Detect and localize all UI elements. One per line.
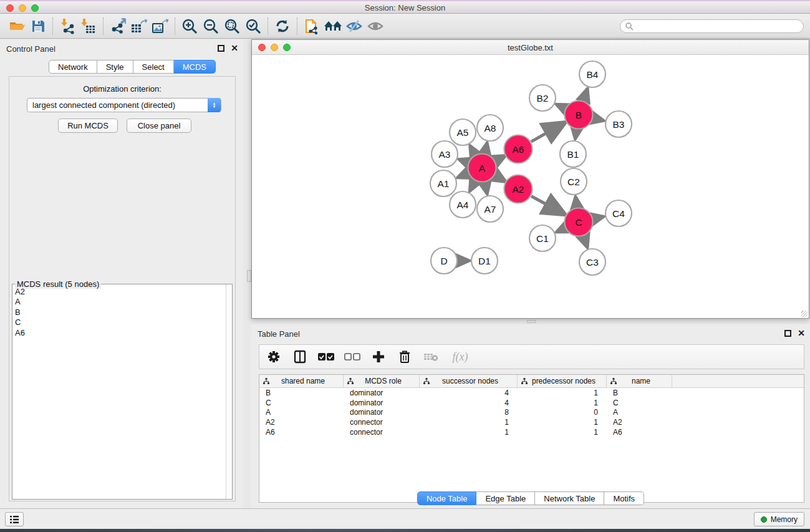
- node-label-C2: C2: [567, 177, 580, 187]
- home-button[interactable]: [322, 16, 344, 36]
- float-table-panel-icon[interactable]: [784, 330, 791, 337]
- table-tab-node-table[interactable]: Node Table: [417, 491, 477, 505]
- edge-C-C4[interactable]: [593, 216, 603, 219]
- network-graph[interactable]: B4B2BB3A5A8A6A3B1AA1C2A2A4A7C4CC1DD1C3: [253, 56, 808, 317]
- network-window-titlebar[interactable]: testGlobe.txt: [252, 40, 809, 55]
- result-scrollbar[interactable]: [226, 284, 232, 499]
- table-row[interactable]: Adominator80A: [259, 408, 804, 418]
- table-row[interactable]: A2connector11A2: [259, 417, 804, 427]
- close-table-panel-icon[interactable]: ✕: [798, 330, 805, 337]
- node-label-C: C: [575, 217, 582, 228]
- column-header-predecessor-nodes[interactable]: predecessor nodes: [518, 375, 607, 387]
- edge-A-A2[interactable]: [495, 175, 504, 180]
- memory-button-label: Memory: [771, 515, 798, 524]
- table-tab-network-table[interactable]: Network Table: [535, 491, 604, 505]
- zoom-selected-button[interactable]: [243, 16, 264, 36]
- network-canvas[interactable]: B4B2BB3A5A8A6A3B1AA1C2A2A4A7C4CC1DD1C3: [253, 56, 808, 317]
- run-mcds-button[interactable]: Run MCDS: [58, 118, 118, 133]
- result-item[interactable]: B: [13, 307, 225, 317]
- table-cell: 4: [420, 389, 518, 397]
- hide-details-icon: [345, 19, 363, 34]
- save-session-button[interactable]: [27, 16, 49, 36]
- node-label-A2: A2: [513, 184, 524, 195]
- edge-A2-C[interactable]: [531, 196, 564, 215]
- close-panel-button[interactable]: Close panel: [127, 118, 191, 133]
- deselect-all-button[interactable]: [344, 348, 360, 365]
- edge-B-B4[interactable]: [584, 89, 587, 101]
- result-item[interactable]: A2: [13, 287, 225, 297]
- node-table: shared nameMCDS rolesuccessor nodesprede…: [259, 374, 804, 503]
- export-network-button[interactable]: [107, 16, 128, 36]
- result-item[interactable]: A6: [13, 328, 225, 338]
- edge-A-A5[interactable]: [470, 146, 475, 155]
- float-panel-icon[interactable]: [218, 45, 224, 52]
- table-tab-edge-table[interactable]: Edge Table: [476, 491, 535, 505]
- task-history-button[interactable]: [5, 512, 24, 526]
- result-item[interactable]: C: [13, 317, 225, 327]
- import-network-button[interactable]: [57, 16, 78, 36]
- export-table-button[interactable]: [128, 16, 150, 36]
- tab-network[interactable]: Network: [49, 60, 97, 74]
- close-panel-icon[interactable]: ✕: [231, 45, 238, 52]
- edge-C-C3[interactable]: [584, 236, 587, 248]
- edge-A-A7[interactable]: [485, 183, 488, 194]
- column-header-shared-name[interactable]: shared name: [259, 375, 344, 387]
- edge-C-C1[interactable]: [557, 228, 565, 232]
- mcds-result-list[interactable]: A2ABCA6: [13, 287, 225, 498]
- network-document-button[interactable]: [301, 16, 322, 36]
- zoom-in-button[interactable]: [179, 16, 200, 36]
- column-header-name[interactable]: name: [607, 375, 672, 387]
- toolbar-separator: [175, 17, 175, 35]
- column-visibility-button[interactable]: [292, 348, 308, 365]
- table-cell: A2: [607, 418, 672, 427]
- mcds-tab-content: Optimization criterion: largest connecte…: [9, 76, 236, 501]
- table-row[interactable]: Cdominator41C: [259, 398, 804, 408]
- delete-column-button[interactable]: [397, 348, 413, 365]
- edge-B-B2[interactable]: [557, 105, 566, 109]
- delete-table-button[interactable]: [423, 348, 439, 365]
- edge-B-B1[interactable]: [576, 130, 577, 138]
- edge-B-B3[interactable]: [593, 118, 603, 120]
- window-resize-handle[interactable]: [801, 311, 808, 317]
- table-tab-motifs[interactable]: Motifs: [604, 491, 644, 505]
- hide-details-button[interactable]: [344, 16, 365, 36]
- table-cell: 1: [420, 418, 518, 427]
- result-item[interactable]: A: [13, 297, 225, 307]
- edge-A-A3[interactable]: [459, 160, 468, 163]
- edge-A-A1[interactable]: [458, 173, 468, 178]
- refresh-layout-button[interactable]: [272, 16, 293, 36]
- edge-A6-B[interactable]: [531, 123, 564, 142]
- select-all-button[interactable]: [318, 348, 334, 365]
- vertical-splitter-handle[interactable]: [247, 270, 251, 282]
- column-header-successor-nodes[interactable]: successor nodes: [420, 375, 518, 387]
- settings-gear-button[interactable]: [266, 348, 282, 365]
- function-builder-button[interactable]: f(x): [449, 348, 471, 365]
- edge-A-A8[interactable]: [485, 143, 487, 153]
- table-row[interactable]: Bdominator41B: [259, 388, 804, 398]
- column-header-MCDS-role[interactable]: MCDS role: [344, 375, 420, 387]
- edge-C-C2[interactable]: [576, 197, 577, 207]
- edge-A-A6[interactable]: [495, 157, 503, 161]
- tab-mcds[interactable]: MCDS: [174, 60, 216, 74]
- search-input[interactable]: [634, 22, 803, 31]
- tab-style[interactable]: Style: [97, 60, 133, 74]
- zoom-fit-button[interactable]: [221, 16, 243, 36]
- import-table-button[interactable]: [78, 16, 99, 36]
- search-box[interactable]: [620, 19, 804, 33]
- export-image-icon: [152, 18, 169, 34]
- optimization-criterion-value: largest connected component (directed): [32, 100, 175, 110]
- memory-button[interactable]: Memory: [754, 512, 804, 526]
- horizontal-splitter-handle[interactable]: [527, 320, 536, 323]
- zoom-out-button[interactable]: [200, 16, 221, 36]
- table-row[interactable]: A6connector11A6: [259, 427, 804, 437]
- optimization-criterion-select[interactable]: largest connected component (directed) ▲…: [27, 98, 221, 112]
- tab-select[interactable]: Select: [133, 60, 174, 74]
- import-table-icon: [80, 18, 97, 34]
- toolbar-separator: [103, 17, 104, 35]
- home-icon: [324, 19, 342, 34]
- add-column-button[interactable]: [370, 348, 387, 365]
- edge-A-A4[interactable]: [470, 181, 475, 191]
- export-image-button[interactable]: [150, 16, 171, 36]
- show-details-button[interactable]: [365, 16, 386, 36]
- open-session-button[interactable]: [6, 16, 27, 36]
